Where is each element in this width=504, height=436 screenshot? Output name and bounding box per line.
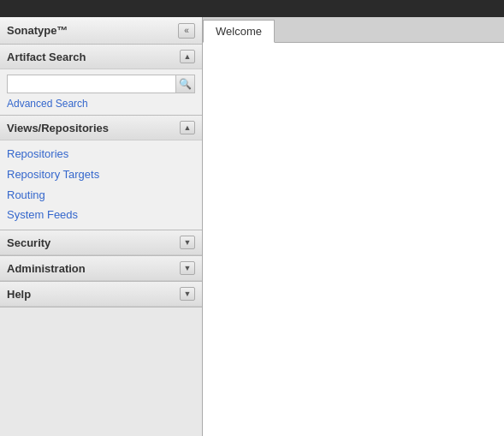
security-header[interactable]: Security ▼ (0, 230, 202, 255)
security-toggle[interactable]: ▼ (180, 236, 195, 249)
administration-section: Administration ▼ (0, 256, 202, 282)
artifact-search-section: Artifact Search ▲ 🔍 Advanced Search (0, 45, 202, 116)
views-repositories-header[interactable]: Views/Repositories ▲ (0, 116, 202, 140)
sidebar: Sonatype™ « Artifact Search ▲ 🔍 Advanced… (0, 17, 203, 436)
views-repositories-toggle[interactable]: ▲ (180, 121, 195, 134)
help-section: Help ▼ (0, 282, 202, 308)
search-box-container: 🔍 (7, 75, 195, 93)
content-panel: Welcome (203, 17, 504, 436)
search-icon: 🔍 (179, 78, 192, 90)
welcome-tab-label: Welcome (216, 25, 262, 38)
sidebar-collapse-button[interactable]: « (178, 23, 195, 39)
search-input[interactable] (7, 75, 176, 93)
artifact-search-header[interactable]: Artifact Search ▲ (0, 45, 202, 69)
main-layout: Sonatype™ « Artifact Search ▲ 🔍 Advanced… (0, 17, 504, 436)
views-repositories-links: Repositories Repository Targets Routing … (0, 140, 202, 230)
content-area (203, 43, 504, 436)
welcome-tab[interactable]: Welcome (203, 20, 275, 43)
tab-bar: Welcome (203, 17, 504, 43)
help-toggle[interactable]: ▼ (180, 287, 195, 301)
artifact-search-toggle[interactable]: ▲ (180, 50, 195, 63)
sidebar-title: Sonatype™ (7, 24, 68, 37)
administration-title: Administration (7, 262, 86, 275)
help-title: Help (7, 288, 31, 301)
advanced-search-link[interactable]: Advanced Search (7, 98, 88, 110)
repository-targets-link[interactable]: Repository Targets (7, 166, 195, 184)
artifact-search-title: Artifact Search (7, 51, 86, 63)
views-repositories-title: Views/Repositories (7, 122, 109, 134)
artifact-search-content: 🔍 Advanced Search (0, 69, 202, 115)
sidebar-header: Sonatype™ « (0, 17, 202, 45)
views-repositories-section: Views/Repositories ▲ Repositories Reposi… (0, 116, 202, 230)
routing-link[interactable]: Routing (7, 187, 195, 205)
system-feeds-link[interactable]: System Feeds (7, 206, 195, 224)
administration-header[interactable]: Administration ▼ (0, 256, 202, 281)
help-header[interactable]: Help ▼ (0, 282, 202, 307)
top-bar (0, 0, 504, 17)
security-title: Security (7, 236, 50, 249)
security-section: Security ▼ (0, 230, 202, 256)
search-button[interactable]: 🔍 (176, 75, 195, 93)
repositories-link[interactable]: Repositories (7, 146, 195, 164)
administration-toggle[interactable]: ▼ (180, 261, 195, 275)
